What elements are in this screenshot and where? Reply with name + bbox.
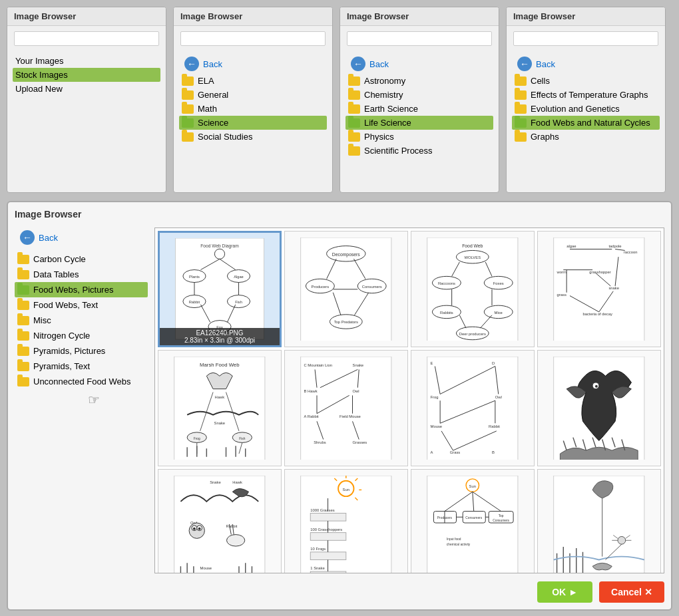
science-item[interactable]: Science — [179, 116, 327, 130]
food-web-svg-6: C Mountain Lion Snake B Hawk Owl A Rabbi… — [291, 357, 401, 460]
back-arrow-icon-2: ← — [184, 57, 199, 71]
chemistry-item[interactable]: Chemistry — [345, 88, 493, 102]
pyramids-pictures-item[interactable]: Pyramids, Pictures — [15, 343, 148, 359]
pyramids-pictures-folder-icon — [17, 347, 29, 356]
svg-point-127 — [193, 528, 196, 530]
food-webs-pictures-item[interactable]: Food Webs, Pictures — [15, 282, 148, 297]
image-cell-9[interactable]: Snake Hawk Owl Rabbit — [158, 469, 282, 573]
svg-point-124 — [189, 523, 204, 538]
back-label-2: Back — [203, 59, 222, 69]
ela-item[interactable]: ELA — [179, 74, 327, 88]
unconnected-food-webs-item[interactable]: Unconnected Food Webs — [15, 374, 148, 389]
back-label-3: Back — [369, 59, 389, 69]
food-web-svg-3: Food Web WOLVES Raccoons Foxes Rabbits M… — [417, 237, 528, 341]
image-cell-8[interactable] — [537, 350, 661, 466]
earth-science-folder-icon — [348, 104, 360, 114]
mini-browser-3-search[interactable] — [347, 31, 492, 46]
unconnected-food-webs-folder-icon — [17, 377, 29, 386]
svg-text:Consumers: Consumers — [466, 516, 483, 520]
carbon-cycle-item[interactable]: Carbon Cycle — [15, 251, 148, 267]
svg-text:1 Snake: 1 Snake — [310, 566, 324, 570]
svg-text:B: B — [492, 450, 495, 454]
svg-text:Foxes: Foxes — [493, 281, 504, 285]
svg-rect-145 — [310, 551, 346, 559]
math-item[interactable]: Math — [179, 102, 327, 116]
mini-browser-3-back[interactable]: ← Back — [345, 54, 493, 74]
mini-browser-4-back[interactable]: ← Back — [512, 54, 660, 74]
svg-text:Algae: Algae — [234, 275, 244, 279]
ok-arrow-icon: ► — [568, 587, 578, 597]
image-cell-10[interactable]: Sun 1000 Grasses 100 Grasshoppers 10 Fro… — [284, 469, 408, 573]
svg-text:Input food: Input food — [447, 538, 461, 541]
food-webs-cycles-item[interactable]: Food Webs and Natural Cycles — [512, 116, 660, 130]
image-cell-3[interactable]: Food Web WOLVES Raccoons Foxes Rabbits M… — [411, 231, 535, 347]
image-cell-2[interactable]: Decomposers Producers Consumers Top Pred… — [284, 231, 408, 347]
svg-rect-141 — [310, 513, 346, 521]
graphs-folder-icon — [515, 132, 527, 142]
upload-new-item[interactable]: Upload New — [13, 82, 160, 96]
svg-text:10 Frogs: 10 Frogs — [310, 547, 326, 551]
effects-temp-item[interactable]: Effects of Temperature Graphs — [512, 88, 660, 102]
image-cell-1[interactable]: Food Web Diagram Plants Algae Rabbit Fis… — [158, 231, 282, 347]
mini-browser-2: Image Browser ← Back ELA General Math Sc… — [173, 7, 333, 193]
svg-text:1000 Grasses: 1000 Grasses — [310, 508, 334, 512]
svg-text:Rabbit: Rabbit — [489, 424, 500, 428]
general-folder-icon — [182, 90, 194, 100]
stock-images-item[interactable]: Stock Images — [13, 68, 160, 82]
image-cell-1-label: EA126240.PNG 2.83in × 3.3in @ 300dpi — [160, 328, 280, 345]
earth-science-item[interactable]: Earth Science — [345, 102, 493, 116]
main-browser-body: ← Back Carbon Cycle Data Tables Food Web… — [15, 228, 664, 573]
svg-text:D: D — [492, 361, 495, 365]
cells-item[interactable]: Cells — [512, 74, 660, 88]
image-cell-4[interactable]: algae tadpole raccoon worm grasshopper g… — [537, 231, 661, 347]
nitrogen-cycle-item[interactable]: Nitrogen Cycle — [15, 328, 148, 343]
social-studies-item[interactable]: Social Studies — [179, 130, 327, 144]
mini-browser-2-search[interactable] — [180, 31, 326, 46]
life-science-item[interactable]: Life Science — [345, 116, 493, 130]
mini-browser-2-back[interactable]: ← Back — [179, 54, 327, 74]
evolution-genetics-item[interactable]: Evolution and Genetics — [512, 102, 660, 116]
mini-browser-1-search[interactable] — [14, 31, 159, 46]
physics-item[interactable]: Physics — [345, 130, 493, 144]
image-cell-5[interactable]: Marsh Food Web Hawk Snake Frog Fish — [158, 350, 282, 466]
svg-text:Owl: Owl — [353, 388, 359, 392]
image-cell-12[interactable] — [537, 469, 661, 573]
food-webs-text-item[interactable]: Food Webs, Text — [15, 297, 148, 313]
back-label-4: Back — [536, 59, 555, 69]
misc-item[interactable]: Misc — [15, 313, 148, 328]
svg-text:Hawk: Hawk — [215, 395, 225, 399]
your-images-item[interactable]: Your Images — [13, 54, 160, 68]
your-images-label: Your Images — [15, 56, 64, 66]
ok-button[interactable]: OK ► — [537, 581, 592, 603]
svg-text:Mouse: Mouse — [431, 424, 443, 428]
svg-text:grasshopper: grasshopper — [589, 269, 610, 273]
mini-browser-4-content: ← Back Cells Effects of Temperature Grap… — [507, 51, 665, 146]
food-webs-cycles-folder-icon — [515, 118, 527, 128]
svg-point-130 — [227, 534, 245, 546]
earth-science-label: Earth Science — [364, 104, 418, 114]
main-browser: Image Browser ← Back Carbon Cycle Data T… — [7, 201, 672, 611]
svg-text:Decomposers: Decomposers — [332, 252, 361, 257]
mini-browser-3: Image Browser ← Back Astronomy Chemistry… — [340, 7, 499, 193]
svg-text:B Hawk: B Hawk — [304, 388, 318, 392]
top-mini-browsers: Image Browser Your Images Stock Images U… — [7, 7, 672, 193]
life-science-label: Life Science — [364, 118, 411, 128]
main-back-btn[interactable]: ← Back — [15, 228, 148, 247]
data-tables-item[interactable]: Data Tables — [15, 267, 148, 282]
graphs-item[interactable]: Graphs — [512, 130, 660, 144]
cancel-button[interactable]: Cancel ✕ — [599, 581, 664, 603]
astronomy-item[interactable]: Astronomy — [345, 74, 493, 88]
science-label: Science — [198, 118, 228, 128]
food-web-svg-7: E D Frog Owl Mouse Rabbit A B Grass — [417, 357, 528, 460]
pyramids-text-item[interactable]: Pyramids, Text — [15, 359, 148, 374]
svg-text:Top: Top — [499, 514, 504, 518]
image-cell-6[interactable]: C Mountain Lion Snake B Hawk Owl A Rabbi… — [284, 350, 408, 466]
image-grid-container[interactable]: Food Web Diagram Plants Algae Rabbit Fis… — [154, 228, 664, 573]
scientific-process-item[interactable]: Scientific Process — [345, 144, 493, 158]
svg-text:Plants: Plants — [189, 275, 200, 279]
mini-browser-4-search[interactable] — [513, 31, 658, 46]
ok-label: OK — [552, 587, 566, 597]
image-cell-7[interactable]: E D Frog Owl Mouse Rabbit A B Grass — [411, 350, 535, 466]
image-cell-11[interactable]: Sun Producers Consumers Top Consumers In… — [411, 469, 535, 573]
general-item[interactable]: General — [179, 88, 327, 102]
